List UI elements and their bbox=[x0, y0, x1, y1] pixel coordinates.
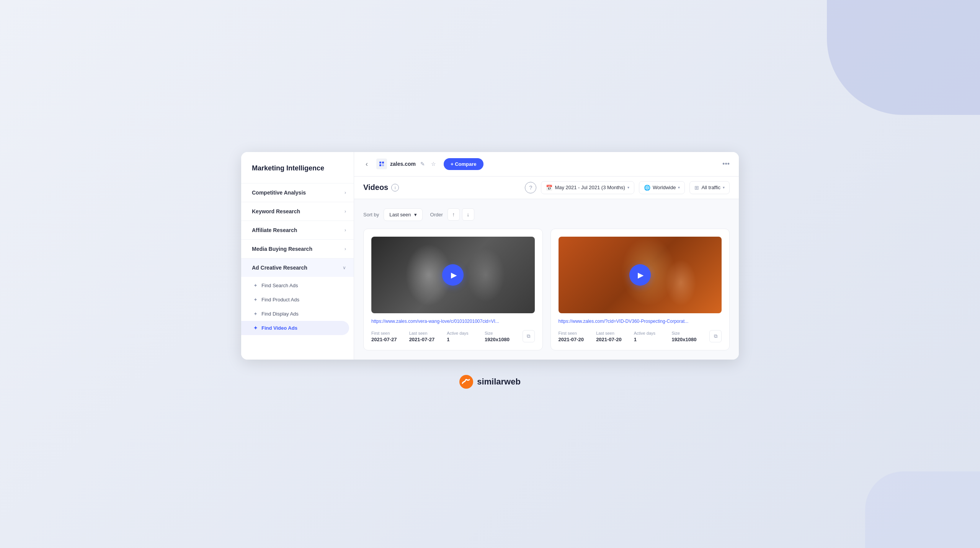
sidebar-item-keyword-research[interactable]: Keyword Research › bbox=[241, 202, 354, 221]
last-seen-label: Last seen bbox=[596, 331, 634, 335]
compare-button[interactable]: + Compare bbox=[444, 158, 483, 170]
sort-bar: Sort by Last seen ▾ Order ↑ ↓ bbox=[363, 208, 730, 221]
active-days-value: 1 bbox=[447, 337, 485, 342]
date-range-label: May 2021 - Jul 2021 (3 Months) bbox=[555, 185, 625, 190]
globe-icon: 🌐 bbox=[644, 185, 650, 191]
meta-size-2: Size 1920x1080 bbox=[671, 331, 709, 342]
external-link-button-1[interactable]: ⧉ bbox=[523, 330, 535, 342]
domain-icon bbox=[376, 159, 387, 169]
order-label: Order bbox=[430, 212, 443, 218]
active-days-value: 1 bbox=[634, 337, 672, 342]
sort-dropdown[interactable]: Last seen ▾ bbox=[384, 208, 422, 221]
active-days-label: Active days bbox=[447, 331, 485, 335]
sidebar-nav-label: Affiliate Research bbox=[252, 227, 297, 233]
more-options-icon[interactable]: ••• bbox=[722, 160, 730, 168]
external-link-button-2[interactable]: ⧉ bbox=[709, 330, 722, 342]
sidebar-nav-label: Media Buying Research bbox=[252, 246, 312, 252]
sidebar-item-ad-creative-research[interactable]: Ad Creative Research ∨ bbox=[241, 258, 354, 277]
video-grid: ▶ https://www.zales.com/vera-wang-love/c… bbox=[363, 229, 730, 350]
product-ads-icon: ✦ bbox=[253, 297, 258, 303]
traffic-filter[interactable]: ⊞ All traffic ▾ bbox=[689, 181, 730, 194]
bottom-logo: similarweb bbox=[459, 360, 521, 396]
top-bar: ‹ zales.com ✎ ☆ + Compare ••• bbox=[354, 152, 739, 177]
external-link-icon: ⧉ bbox=[527, 333, 530, 339]
chevron-right-icon: › bbox=[345, 209, 346, 214]
sidebar-sub-item-find-video-ads[interactable]: ✦ Find Video Ads bbox=[241, 321, 349, 335]
sub-item-label: Find Video Ads bbox=[261, 325, 297, 331]
video-card: ▶ https://www.zales.com/?cid=VID-DV360-P… bbox=[550, 229, 730, 350]
size-value: 1920x1080 bbox=[671, 337, 709, 342]
similarweb-logo-text: similarweb bbox=[477, 377, 521, 387]
order-desc-button[interactable]: ↓ bbox=[462, 208, 474, 221]
first-seen-value: 2021-07-27 bbox=[371, 337, 409, 342]
video-thumbnail-1: ▶ bbox=[371, 237, 535, 313]
sidebar-nav-label: Ad Creative Research bbox=[252, 265, 307, 271]
sort-by-label: Sort by bbox=[363, 212, 379, 218]
back-button[interactable]: ‹ bbox=[363, 158, 370, 170]
order-asc-button[interactable]: ↑ bbox=[448, 208, 460, 221]
video-url-2[interactable]: https://www.zales.com/?cid=VID-DV360-Pro… bbox=[559, 319, 722, 324]
sort-chevron-icon: ▾ bbox=[414, 212, 417, 218]
meta-first-seen-2: First seen 2021-07-20 bbox=[559, 331, 596, 342]
size-label: Size bbox=[485, 331, 523, 335]
traffic-label: All traffic bbox=[701, 185, 720, 190]
app-container: Marketing Intelligence Competitive Analy… bbox=[241, 152, 739, 360]
date-filter[interactable]: 📅 May 2021 - Jul 2021 (3 Months) ▾ bbox=[541, 181, 634, 194]
sidebar-item-media-buying-research[interactable]: Media Buying Research › bbox=[241, 239, 354, 258]
play-button-2[interactable]: ▶ bbox=[629, 264, 651, 286]
first-seen-value: 2021-07-20 bbox=[559, 337, 596, 342]
first-seen-label: First seen bbox=[371, 331, 409, 335]
play-icon: ▶ bbox=[638, 270, 644, 280]
video-thumbnail-2: ▶ bbox=[559, 237, 722, 313]
external-link-icon: ⧉ bbox=[714, 333, 717, 339]
video-card: ▶ https://www.zales.com/vera-wang-love/c… bbox=[363, 229, 543, 350]
display-ads-icon: ✦ bbox=[253, 311, 258, 317]
first-seen-label: First seen bbox=[559, 331, 596, 335]
similarweb-logo-icon bbox=[459, 375, 473, 389]
sidebar-nav-label: Competitive Analysis bbox=[252, 190, 306, 196]
sidebar-item-competitive-analysis[interactable]: Competitive Analysis › bbox=[241, 183, 354, 202]
svg-rect-2 bbox=[379, 164, 381, 166]
play-button-1[interactable]: ▶ bbox=[442, 264, 464, 286]
edit-icon[interactable]: ✎ bbox=[419, 159, 426, 168]
info-icon[interactable]: i bbox=[391, 184, 399, 191]
sidebar-title: Marketing Intelligence bbox=[241, 164, 354, 183]
video-url-1[interactable]: https://www.zales.com/vera-wang-love/c/0… bbox=[371, 319, 535, 324]
svg-rect-0 bbox=[379, 162, 381, 164]
sub-item-label: Find Display Ads bbox=[261, 311, 299, 317]
video-ads-icon: ✦ bbox=[253, 325, 258, 331]
last-seen-value: 2021-07-27 bbox=[409, 337, 447, 342]
chevron-down-icon: ▾ bbox=[723, 185, 725, 190]
ad-creative-sub-menu: ✦ Find Search Ads ✦ Find Product Ads ✦ F… bbox=[241, 277, 354, 337]
size-value: 1920x1080 bbox=[485, 337, 523, 342]
meta-active-days-1: Active days 1 bbox=[447, 331, 485, 342]
chevron-right-icon: › bbox=[345, 227, 346, 233]
meta-last-seen-1: Last seen 2021-07-27 bbox=[409, 331, 447, 342]
sidebar-item-affiliate-research[interactable]: Affiliate Research › bbox=[241, 221, 354, 239]
star-icon[interactable]: ☆ bbox=[430, 159, 438, 168]
domain-section: zales.com ✎ ☆ bbox=[376, 159, 438, 169]
meta-last-seen-2: Last seen 2021-07-20 bbox=[596, 331, 634, 342]
meta-size-1: Size 1920x1080 bbox=[485, 331, 523, 342]
calendar-icon: 📅 bbox=[546, 185, 552, 191]
sidebar: Marketing Intelligence Competitive Analy… bbox=[241, 152, 354, 360]
chevron-down-icon: ▾ bbox=[627, 185, 629, 190]
size-label: Size bbox=[671, 331, 709, 335]
page-title-section: Videos i ? bbox=[363, 182, 536, 193]
svg-rect-3 bbox=[382, 164, 384, 166]
question-icon[interactable]: ? bbox=[525, 182, 536, 193]
order-buttons: ↑ ↓ bbox=[448, 208, 474, 221]
location-filter[interactable]: 🌐 Worldwide ▾ bbox=[639, 181, 685, 194]
sidebar-sub-item-find-display-ads[interactable]: ✦ Find Display Ads bbox=[241, 307, 354, 321]
sort-option-label: Last seen bbox=[389, 212, 411, 218]
sidebar-sub-item-find-search-ads[interactable]: ✦ Find Search Ads bbox=[241, 278, 354, 293]
sub-item-label: Find Search Ads bbox=[261, 283, 298, 288]
chevron-right-icon: › bbox=[345, 190, 346, 195]
play-icon: ▶ bbox=[451, 270, 457, 280]
meta-active-days-2: Active days 1 bbox=[634, 331, 672, 342]
sidebar-sub-item-find-product-ads[interactable]: ✦ Find Product Ads bbox=[241, 293, 354, 307]
content-area: Sort by Last seen ▾ Order ↑ ↓ ▶ bbox=[354, 199, 739, 360]
last-seen-label: Last seen bbox=[409, 331, 447, 335]
domain-name: zales.com bbox=[390, 161, 416, 167]
chevron-down-icon: ∨ bbox=[343, 265, 346, 270]
